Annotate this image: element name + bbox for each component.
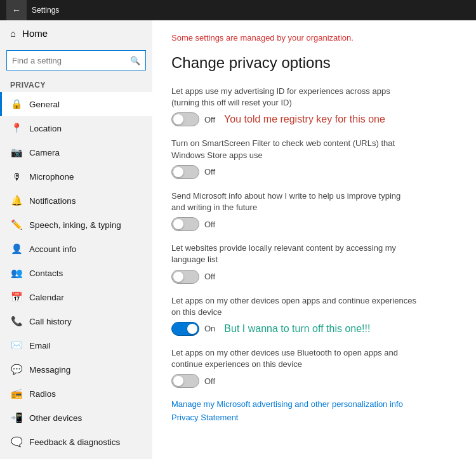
setting-typing-info: Send Microsoft info about how I write to… (171, 190, 457, 231)
privacy-statement-link[interactable]: Privacy Statement (171, 413, 457, 422)
sidebar-item-label: Contacts (29, 269, 63, 278)
sidebar-item-radios[interactable]: 📻 Radios (0, 382, 152, 406)
account-icon: 👤 (10, 243, 23, 255)
sidebar-item-label: Messaging (29, 365, 70, 375)
sidebar-item-label: Account info (29, 244, 76, 254)
sidebar-item-call-history[interactable]: 📞 Call history (0, 309, 152, 333)
toggle-label: Off (204, 167, 215, 176)
sidebar-item-calendar[interactable]: 📅 Calendar (0, 285, 152, 309)
page-title: Change privacy options (171, 54, 457, 72)
toggle-knob (173, 114, 183, 124)
sidebar-item-label: General (29, 100, 60, 109)
sidebar-item-messaging[interactable]: 💬 Messaging (0, 357, 152, 382)
notifications-icon: 🔔 (10, 194, 23, 207)
sidebar-item-label: Microphone (29, 172, 74, 182)
sidebar-item-label: Call history (29, 317, 72, 326)
sidebar-section-label: Privacy (0, 77, 152, 92)
sidebar-item-label: Notifications (29, 196, 76, 206)
sidebar-item-label: Radios (29, 389, 56, 399)
sidebar-item-label: Camera (29, 148, 60, 157)
toggle-knob (173, 167, 183, 177)
setting-advertising-id: Let apps use my advertising ID for exper… (171, 86, 457, 126)
speech-icon: ✏️ (10, 218, 23, 231)
toggle-knob (173, 219, 183, 229)
org-notice: Some settings are managed by your organi… (171, 33, 457, 43)
messaging-icon: 💬 (10, 363, 23, 376)
sidebar-item-label: Location (29, 124, 62, 133)
toggle-label: Off (204, 376, 215, 386)
toggle-label: Off (204, 115, 215, 124)
sidebar-item-microphone[interactable]: 🎙 Microphone (0, 164, 152, 189)
sidebar-item-feedback-diagnostics[interactable]: 🗨️ Feedback & diagnostics (0, 430, 152, 454)
toggle-label: On (204, 324, 215, 333)
annotation-other-devices: But I wanna to turn off this one!!! (224, 323, 370, 335)
feedback-icon: 🗨️ (10, 436, 23, 448)
sidebar-item-account-info[interactable]: 👤 Account info (0, 237, 152, 261)
sidebar-home-button[interactable]: ⌂ Home (0, 20, 152, 46)
calendar-icon: 📅 (10, 291, 23, 303)
toggle-row: Off (171, 374, 457, 388)
sidebar-item-label: Other devices (29, 413, 82, 423)
setting-language-list: Let websites provide locally relevant co… (171, 243, 457, 283)
toggle-advertising-id[interactable] (171, 112, 199, 126)
sidebar: ⌂ Home 🔍 Privacy 🔒 General 📍 Location 📷 … (0, 20, 152, 459)
toggle-knob (187, 324, 197, 334)
sidebar-item-general[interactable]: 🔒 General (0, 92, 152, 116)
sidebar-item-location[interactable]: 📍 Location (0, 116, 152, 140)
sidebar-item-label: Email (29, 341, 51, 350)
setting-other-devices-apps: Let apps on my other devices open apps a… (171, 295, 457, 336)
search-input[interactable] (7, 56, 125, 65)
sidebar-item-notifications[interactable]: 🔔 Notifications (0, 189, 152, 213)
sidebar-item-other-devices[interactable]: 📲 Other devices (0, 406, 152, 430)
sidebar-item-label: Speech, inking, & typing (29, 220, 121, 230)
title-bar-text: Settings (32, 6, 59, 15)
contacts-icon: 👥 (10, 267, 23, 279)
sidebar-item-label: Calendar (29, 293, 64, 302)
sidebar-home-label: Home (22, 28, 48, 39)
general-icon: 🔒 (10, 98, 23, 110)
manage-advertising-link[interactable]: Manage my Microsoft advertising and othe… (171, 399, 457, 409)
setting-description: Let apps use my advertising ID for exper… (171, 86, 457, 109)
setting-smartscreen: Turn on SmartScreen Filter to check web … (171, 138, 457, 178)
toggle-row: Off You told me registry key for this on… (171, 112, 457, 126)
setting-description: Let apps on my other devices open apps a… (171, 295, 457, 318)
sidebar-item-background-apps[interactable]: ⚙️ Background apps (0, 454, 152, 459)
title-bar: ← Settings (0, 0, 476, 20)
camera-icon: 📷 (10, 146, 23, 159)
toggle-smartscreen[interactable] (171, 165, 199, 179)
other-devices-icon: 📲 (10, 411, 23, 424)
location-icon: 📍 (10, 122, 23, 135)
toggle-bluetooth-apps[interactable] (171, 374, 199, 388)
main-content: Some settings are managed by your organi… (152, 20, 476, 459)
toggle-label: Off (204, 220, 215, 229)
toggle-knob (173, 272, 183, 282)
annotation-advertising-id: You told me registry key for this one (224, 114, 385, 125)
call-history-icon: 📞 (10, 315, 23, 328)
sidebar-item-label: Feedback & diagnostics (29, 437, 120, 447)
email-icon: ✉️ (10, 339, 23, 352)
search-icon: 🔍 (125, 56, 145, 65)
sidebar-item-contacts[interactable]: 👥 Contacts (0, 261, 152, 285)
toggle-knob (173, 376, 183, 386)
sidebar-item-speech-inking[interactable]: ✏️ Speech, inking, & typing (0, 213, 152, 237)
sidebar-item-camera[interactable]: 📷 Camera (0, 140, 152, 164)
toggle-row: Off (171, 165, 457, 179)
microphone-icon: 🎙 (10, 170, 23, 183)
home-icon: ⌂ (10, 28, 16, 39)
toggle-label: Off (204, 272, 215, 281)
toggle-language-list[interactable] (171, 270, 199, 284)
radios-icon: 📻 (10, 387, 23, 400)
setting-description: Let websites provide locally relevant co… (171, 243, 457, 265)
back-button[interactable]: ← (6, 0, 27, 20)
toggle-row: Off (171, 217, 457, 231)
toggle-row: Off (171, 270, 457, 284)
sidebar-item-email[interactable]: ✉️ Email (0, 333, 152, 357)
setting-description: Turn on SmartScreen Filter to check web … (171, 138, 457, 161)
setting-bluetooth-apps: Let apps on my other devices use Bluetoo… (171, 347, 457, 388)
setting-description: Let apps on my other devices use Bluetoo… (171, 347, 457, 370)
search-box: 🔍 (6, 50, 146, 70)
toggle-other-devices-apps[interactable] (171, 322, 199, 336)
toggle-typing-info[interactable] (171, 217, 199, 231)
setting-description: Send Microsoft info about how I write to… (171, 190, 457, 213)
toggle-row: On But I wanna to turn off this one!!! (171, 322, 457, 336)
